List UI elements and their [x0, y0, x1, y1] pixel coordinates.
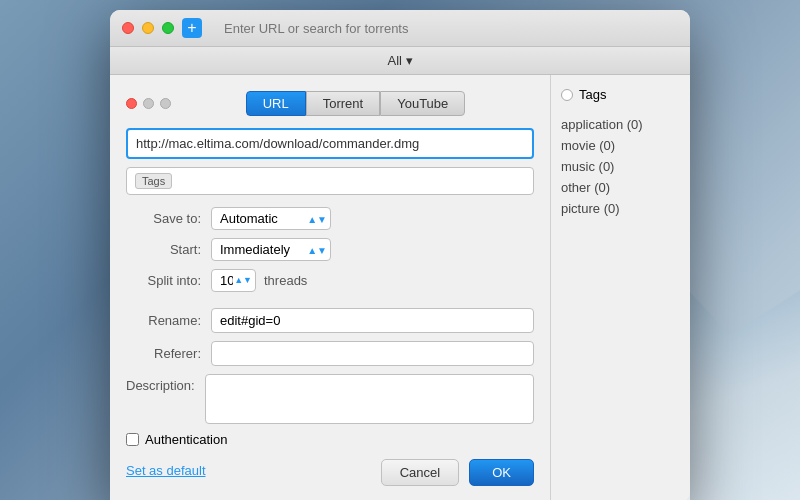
sidebar-item-picture[interactable]: picture (0)	[561, 198, 680, 219]
auth-checkbox[interactable]	[126, 433, 139, 446]
toolbar-area: All ▾	[110, 47, 690, 75]
sidebar-item-movie[interactable]: movie (0)	[561, 135, 680, 156]
search-container	[218, 19, 670, 38]
sidebar-tags-title: Tags	[579, 87, 606, 102]
minimize-button[interactable]	[142, 22, 154, 34]
tab-url[interactable]: URL	[246, 91, 306, 116]
split-num-wrap: ▲▼	[211, 269, 256, 292]
save-to-select-wrap: Automatic Downloads Desktop ▲▼	[211, 207, 331, 230]
save-to-select[interactable]: Automatic Downloads Desktop	[211, 207, 331, 230]
tags-input-wrap[interactable]: Tags	[126, 167, 534, 195]
description-label: Description:	[126, 374, 205, 393]
bottom-row: Set as default Cancel OK	[126, 455, 534, 486]
tab-youtube[interactable]: YouTube	[380, 91, 465, 116]
auth-row: Authentication	[126, 432, 534, 447]
close-button[interactable]	[122, 22, 134, 34]
dialog-minimize-button[interactable]	[143, 98, 154, 109]
content-area: URL Torrent YouTube Tags Save to:	[110, 75, 690, 500]
split-row: Split into: ▲▼ threads	[126, 269, 534, 292]
threads-label: threads	[264, 273, 307, 288]
tags-label: Tags	[135, 173, 172, 189]
split-input[interactable]	[211, 269, 256, 292]
tab-torrent[interactable]: Torrent	[306, 91, 380, 116]
save-to-row: Save to: Automatic Downloads Desktop ▲▼	[126, 207, 534, 230]
set-default-link[interactable]: Set as default	[126, 463, 206, 478]
dialog-maximize-button[interactable]	[160, 98, 171, 109]
description-row: Description:	[126, 374, 534, 424]
all-filter-button[interactable]: All ▾	[387, 53, 412, 68]
referer-label: Referer:	[126, 346, 211, 361]
maximize-button[interactable]	[162, 22, 174, 34]
dialog-close-button[interactable]	[126, 98, 137, 109]
sidebar: Tags application (0) movie (0) music (0)…	[550, 75, 690, 500]
referer-input[interactable]	[211, 341, 534, 366]
dialog-title-bar: URL Torrent YouTube	[126, 91, 534, 116]
rename-row: Rename:	[126, 308, 534, 333]
add-button[interactable]: +	[182, 18, 202, 38]
search-input[interactable]	[218, 19, 670, 38]
url-input[interactable]	[126, 128, 534, 159]
start-select[interactable]: Immediately Manually	[211, 238, 331, 261]
cancel-button[interactable]: Cancel	[381, 459, 459, 486]
sidebar-item-music[interactable]: music (0)	[561, 156, 680, 177]
button-row: Cancel OK	[381, 459, 534, 486]
main-window: + All ▾ URL Torrent YouTube	[110, 10, 690, 500]
dialog-panel: URL Torrent YouTube Tags Save to:	[110, 75, 550, 500]
referer-row: Referer:	[126, 341, 534, 366]
rename-label: Rename:	[126, 313, 211, 328]
start-select-wrap: Immediately Manually ▲▼	[211, 238, 331, 261]
sidebar-item-other[interactable]: other (0)	[561, 177, 680, 198]
split-label: Split into:	[126, 273, 211, 288]
url-input-row	[126, 128, 534, 159]
tags-row: Tags	[126, 167, 534, 195]
auth-label: Authentication	[145, 432, 227, 447]
sidebar-item-application[interactable]: application (0)	[561, 114, 680, 135]
rename-input[interactable]	[211, 308, 534, 333]
description-textarea[interactable]	[205, 374, 534, 424]
ok-button[interactable]: OK	[469, 459, 534, 486]
tags-radio[interactable]	[561, 89, 573, 101]
title-bar: +	[110, 10, 690, 47]
save-to-label: Save to:	[126, 211, 211, 226]
tab-bar: URL Torrent YouTube	[177, 91, 534, 116]
sidebar-tags-header: Tags	[561, 87, 680, 102]
start-label: Start:	[126, 242, 211, 257]
start-row: Start: Immediately Manually ▲▼	[126, 238, 534, 261]
